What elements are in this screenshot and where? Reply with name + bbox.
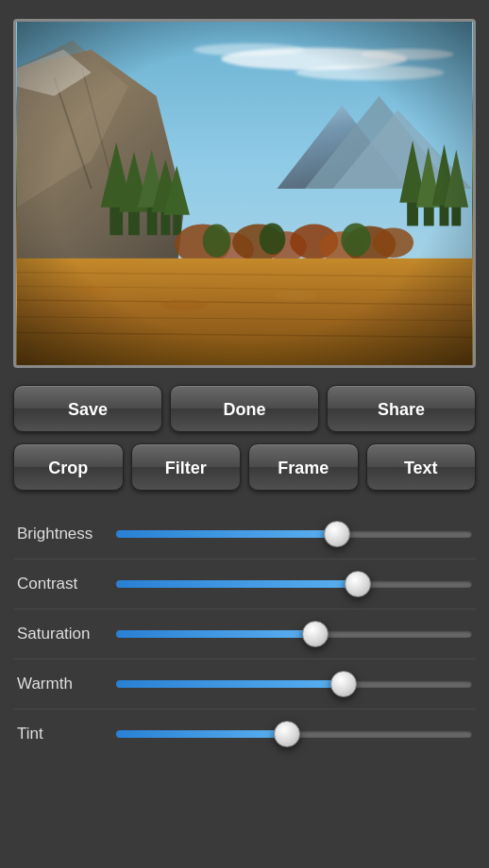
save-button[interactable]: Save xyxy=(13,385,162,432)
share-button[interactable]: Share xyxy=(327,385,476,432)
slider-track-tint[interactable] xyxy=(116,721,472,747)
slider-label-contrast: Contrast xyxy=(17,575,116,593)
primary-actions: Save Done Share xyxy=(13,385,476,432)
slider-track-warmth[interactable] xyxy=(116,671,472,697)
filter-button[interactable]: Filter xyxy=(131,443,242,491)
svg-rect-52 xyxy=(17,22,472,365)
slider-row-contrast: Contrast xyxy=(13,559,476,609)
slider-track-saturation[interactable] xyxy=(116,621,472,647)
done-button[interactable]: Done xyxy=(170,385,319,432)
slider-label-warmth: Warmth xyxy=(17,675,116,693)
edit-actions: Crop Filter Frame Text xyxy=(13,443,476,491)
slider-label-tint: Tint xyxy=(17,725,116,743)
text-button[interactable]: Text xyxy=(366,443,477,491)
slider-row-saturation: Saturation xyxy=(13,609,476,659)
adjustments-panel: BrightnessContrastSaturationWarmthTint xyxy=(13,509,476,759)
slider-row-tint: Tint xyxy=(13,709,476,759)
slider-row-warmth: Warmth xyxy=(13,659,476,709)
slider-label-brightness: Brightness xyxy=(17,525,116,543)
slider-track-brightness[interactable] xyxy=(116,521,472,547)
frame-button[interactable]: Frame xyxy=(248,443,359,491)
slider-row-brightness: Brightness xyxy=(13,509,476,559)
slider-label-saturation: Saturation xyxy=(17,625,116,643)
crop-button[interactable]: Crop xyxy=(13,443,124,491)
slider-track-contrast[interactable] xyxy=(116,571,472,597)
photo-canvas xyxy=(13,19,476,368)
